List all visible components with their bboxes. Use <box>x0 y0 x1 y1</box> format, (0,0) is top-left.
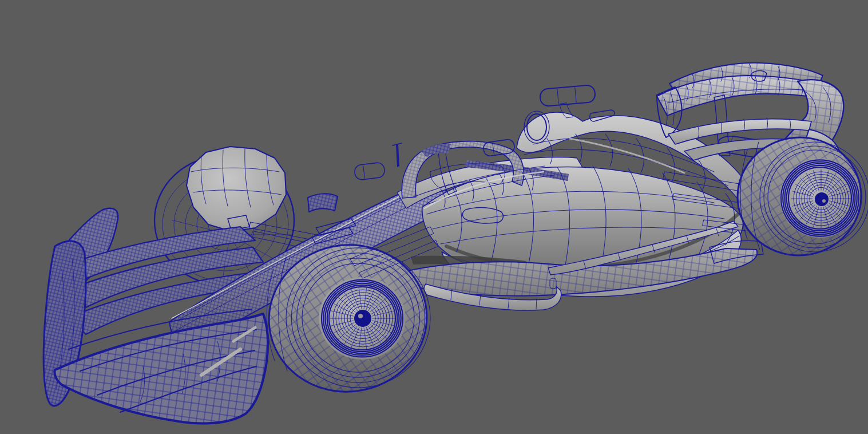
viewport-canvas[interactable] <box>0 0 868 434</box>
viewport-3d[interactable] <box>0 0 868 434</box>
front-hub-dot <box>358 314 363 318</box>
rear-hub <box>815 192 829 206</box>
front-hub <box>354 310 371 327</box>
rear-hub-dot <box>822 199 826 203</box>
